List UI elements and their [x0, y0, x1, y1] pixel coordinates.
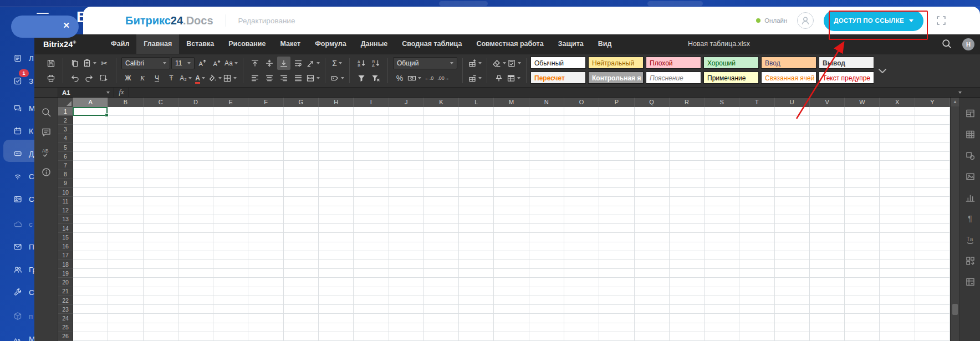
grid-cell-D18[interactable]: [178, 260, 213, 269]
grid-cell-U18[interactable]: [775, 260, 810, 269]
grid-cell-H19[interactable]: [319, 269, 354, 278]
grid-cell-T26[interactable]: [739, 332, 774, 341]
grid-cell-L23[interactable]: [459, 305, 494, 314]
grid-cell-N18[interactable]: [529, 260, 564, 269]
user-avatar[interactable]: [797, 12, 814, 29]
grid-cell-G7[interactable]: [284, 161, 319, 170]
grid-cell-N25[interactable]: [529, 323, 564, 332]
grid-cell-I5[interactable]: [354, 143, 389, 152]
column-header-A[interactable]: A: [73, 98, 108, 107]
grid-cell-N15[interactable]: [529, 233, 564, 242]
grid-cell-J14[interactable]: [389, 224, 424, 233]
grid-cell-B13[interactable]: [108, 215, 143, 224]
grid-cell-K22[interactable]: [424, 296, 459, 305]
grid-cell-X20[interactable]: [880, 278, 915, 287]
grid-cell-T21[interactable]: [739, 287, 774, 296]
grid-cell-K4[interactable]: [424, 134, 459, 143]
grid-cell-B14[interactable]: [108, 224, 143, 233]
grid-cell-J8[interactable]: [389, 170, 424, 179]
grid-cell-N22[interactable]: [529, 296, 564, 305]
grid-cell-J20[interactable]: [389, 278, 424, 287]
grid-cell-M19[interactable]: [494, 269, 529, 278]
grid-cell-A25[interactable]: [73, 323, 108, 332]
grid-cell-N2[interactable]: [529, 116, 564, 125]
grid-cell-L21[interactable]: [459, 287, 494, 296]
grid-cell-Q24[interactable]: [635, 314, 670, 323]
grid-cell-G25[interactable]: [284, 323, 319, 332]
grid-cell-B24[interactable]: [108, 314, 143, 323]
grid-cell-L13[interactable]: [459, 215, 494, 224]
menu-tab-вид[interactable]: Вид: [591, 34, 619, 54]
vertical-scrollbar[interactable]: ▲: [950, 98, 959, 341]
grid-cell-G10[interactable]: [284, 188, 319, 197]
grid-cell-H8[interactable]: [319, 170, 354, 179]
sort-desc-button[interactable]: ЯА: [369, 57, 382, 70]
grid-cell-G6[interactable]: [284, 152, 319, 161]
grid-cell-F21[interactable]: [248, 287, 283, 296]
grid-cell-C15[interactable]: [144, 233, 178, 242]
grid-cell-J1[interactable]: [389, 107, 424, 116]
grid-cell-P1[interactable]: [599, 107, 634, 116]
grid-cell-X26[interactable]: [880, 332, 915, 341]
column-header-N[interactable]: N: [529, 98, 564, 107]
search-icon[interactable]: [941, 38, 952, 49]
row-header-14[interactable]: 14: [58, 224, 73, 233]
grid-cell-W7[interactable]: [845, 161, 880, 170]
cell-style-swatch[interactable]: Хороший: [703, 57, 759, 69]
bold-button[interactable]: Ж: [121, 72, 135, 85]
column-header-I[interactable]: I: [354, 98, 389, 107]
align-top-button[interactable]: [248, 57, 262, 70]
grid-cell-C21[interactable]: [144, 287, 178, 296]
grid-cell-U5[interactable]: [775, 143, 810, 152]
grid-cell-K20[interactable]: [424, 278, 459, 287]
grid-cell-D4[interactable]: [178, 134, 213, 143]
grid-cell-T4[interactable]: [739, 134, 774, 143]
column-header-X[interactable]: X: [880, 98, 915, 107]
grid-cell-K8[interactable]: [424, 170, 459, 179]
styles-more-button[interactable]: [876, 56, 889, 85]
row-header-15[interactable]: 15: [58, 233, 73, 242]
grid-cell-E22[interactable]: [213, 296, 248, 305]
grid-cell-U9[interactable]: [775, 179, 810, 188]
grid-cell-K21[interactable]: [424, 287, 459, 296]
grid-cell-F5[interactable]: [248, 143, 283, 152]
cell-style-swatch[interactable]: Вывод: [819, 57, 874, 69]
grid-cell-Q6[interactable]: [635, 152, 670, 161]
grid-cell-T20[interactable]: [739, 278, 774, 287]
table-settings-button[interactable]: [963, 128, 977, 141]
grid-cell-R15[interactable]: [670, 233, 705, 242]
grid-cell-K17[interactable]: [424, 251, 459, 260]
grid-cell-H18[interactable]: [319, 260, 354, 269]
filter-button[interactable]: [355, 72, 368, 85]
grid-cell-N3[interactable]: [529, 125, 564, 134]
grid-cell-P23[interactable]: [599, 305, 634, 314]
grid-cell-E10[interactable]: [213, 188, 248, 197]
column-header-U[interactable]: U: [775, 98, 810, 107]
grid-cell-W4[interactable]: [845, 134, 880, 143]
grid-cell-H11[interactable]: [319, 197, 354, 206]
grid-cell-U24[interactable]: [775, 314, 810, 323]
grid-cell-E15[interactable]: [213, 233, 248, 242]
grid-cell-T12[interactable]: [739, 206, 774, 215]
grid-cell-B9[interactable]: [108, 179, 143, 188]
row-header-20[interactable]: 20: [58, 278, 73, 287]
grid-cell-P21[interactable]: [599, 287, 634, 296]
grid-cell-H17[interactable]: [319, 251, 354, 260]
about-button[interactable]: [39, 165, 53, 179]
grid-cell-Y12[interactable]: [915, 206, 950, 215]
share-link-button[interactable]: ДОСТУП ПО ССЫЛКЕ: [824, 11, 923, 31]
grid-cell-J10[interactable]: [389, 188, 424, 197]
grid-cell-V9[interactable]: [810, 179, 845, 188]
percent-button[interactable]: %: [393, 72, 406, 85]
grid-cell-V5[interactable]: [810, 143, 845, 152]
grid-cell-I17[interactable]: [354, 251, 389, 260]
grid-cell-Y22[interactable]: [915, 296, 950, 305]
column-header-W[interactable]: W: [845, 98, 880, 107]
grid-cell-I19[interactable]: [354, 269, 389, 278]
grid-cell-F26[interactable]: [248, 332, 283, 341]
row-header-6[interactable]: 6: [58, 152, 73, 161]
column-header-P[interactable]: P: [599, 98, 634, 107]
grid-cell-Y23[interactable]: [915, 305, 950, 314]
grid-cell-B4[interactable]: [108, 134, 143, 143]
grid-cell-V1[interactable]: [810, 107, 845, 116]
